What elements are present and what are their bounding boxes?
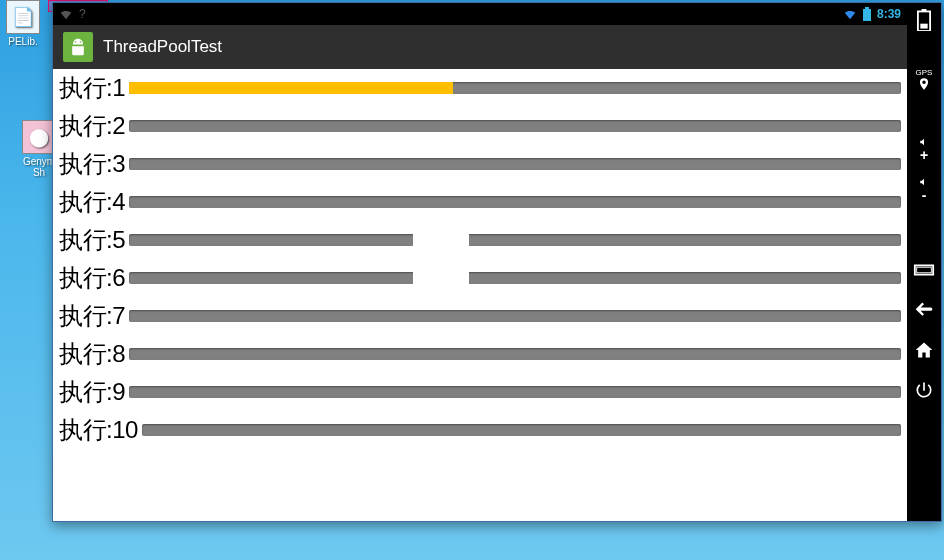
svg-rect-7 [915, 265, 933, 274]
svg-rect-5 [922, 9, 927, 11]
progress-row: 执行:2 [53, 107, 907, 145]
home-button[interactable] [911, 337, 937, 363]
android-icon [68, 37, 88, 57]
rotate-icon [913, 262, 935, 278]
svg-point-2 [75, 41, 77, 43]
progress-bar [142, 424, 901, 436]
progress-bar [129, 196, 901, 208]
svg-point-3 [80, 41, 82, 43]
progress-row: 执行:6 [53, 259, 907, 297]
wifi-weak-icon [59, 7, 73, 21]
content-area[interactable]: 执行:1执行:2执行:3执行:4执行:5执行:6执行:7执行:8执行:9执行:1… [53, 69, 907, 521]
row-label: 执行:8 [59, 338, 125, 370]
row-label: 执行:6 [59, 262, 125, 294]
location-icon [917, 75, 931, 93]
progress-row: 执行:9 [53, 373, 907, 411]
svg-rect-1 [865, 7, 869, 9]
progress-fill [129, 82, 453, 94]
volume-up-icon [914, 137, 934, 147]
row-label: 执行:5 [59, 224, 125, 256]
battery-button[interactable] [911, 7, 937, 33]
progress-bar [129, 348, 901, 360]
gps-button[interactable]: GPS [911, 67, 937, 93]
app-icon [63, 32, 93, 62]
power-icon [914, 380, 934, 400]
row-label: 执行:10 [59, 414, 138, 446]
row-label: 执行:3 [59, 148, 125, 180]
help-icon: ? [79, 7, 86, 21]
app-title: ThreadPoolTest [103, 37, 222, 57]
row-label: 执行:1 [59, 72, 125, 104]
progress-bar [129, 386, 901, 398]
progress-bar [129, 158, 901, 170]
home-icon [913, 340, 935, 360]
progress-bar [129, 310, 901, 322]
rotate-button[interactable] [911, 257, 937, 283]
back-icon [913, 300, 935, 320]
row-label: 执行:4 [59, 186, 125, 218]
file-icon: 📄 [6, 0, 40, 34]
device-screen: ? 8:39 ThreadPoolTest 执行:1执行:2执行:3执行:4执行… [53, 3, 907, 521]
emulator-side-panel: GPS + - [907, 3, 941, 521]
android-status-bar[interactable]: ? 8:39 [53, 3, 907, 25]
android-action-bar: ThreadPoolTest [53, 25, 907, 69]
row-label: 执行:9 [59, 376, 125, 408]
volume-down-button[interactable]: - [911, 177, 937, 203]
battery-icon [863, 7, 871, 21]
progress-row: 执行:8 [53, 335, 907, 373]
row-label: 执行:2 [59, 110, 125, 142]
progress-bar [129, 120, 901, 132]
volume-down-icon [914, 177, 934, 187]
power-button[interactable] [911, 377, 937, 403]
svg-rect-8 [917, 267, 932, 273]
progress-row: 执行:10 [53, 411, 907, 449]
progress-bar [129, 272, 901, 284]
progress-bar [129, 82, 901, 94]
progress-row: 执行:3 [53, 145, 907, 183]
progress-row: 执行:7 [53, 297, 907, 335]
back-button[interactable] [911, 297, 937, 323]
desktop-icon-label: PELib. [0, 36, 46, 47]
svg-rect-6 [920, 24, 927, 29]
progress-row: 执行:4 [53, 183, 907, 221]
row-label: 执行:7 [59, 300, 125, 332]
render-artifact [413, 232, 469, 292]
desktop-icon-pelib[interactable]: 📄 PELib. [0, 0, 46, 47]
genymotion-icon: ⬤ [22, 120, 56, 154]
progress-bar [129, 234, 901, 246]
wifi-icon [843, 7, 857, 21]
volume-up-button[interactable]: + [911, 137, 937, 163]
progress-row: 执行:1 [53, 69, 907, 107]
clock: 8:39 [877, 7, 901, 21]
progress-row: 执行:5 [53, 221, 907, 259]
emulator-window: ? 8:39 ThreadPoolTest 执行:1执行:2执行:3执行:4执行… [52, 2, 942, 522]
svg-rect-0 [863, 9, 871, 21]
